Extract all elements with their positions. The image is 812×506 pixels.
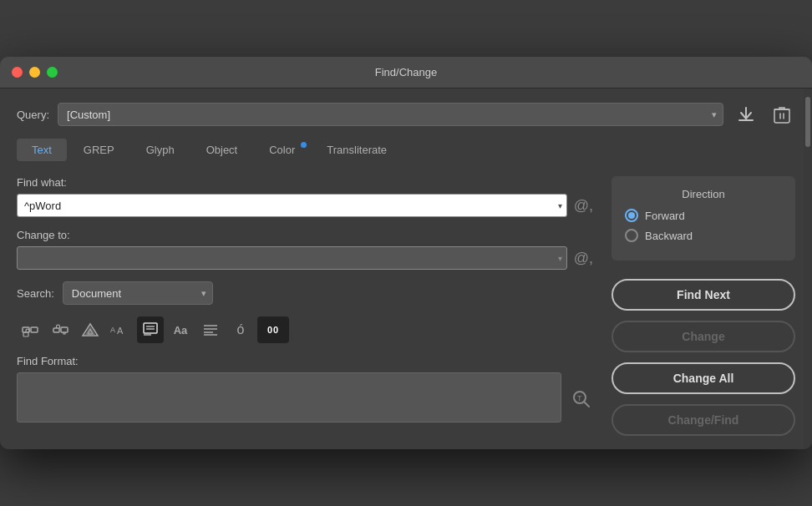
query-label: Query: <box>17 109 49 121</box>
change-all-button[interactable]: Change All <box>612 362 795 394</box>
svg-text:A: A <box>117 326 124 336</box>
svg-text:A: A <box>110 326 115 334</box>
master-pages-icon[interactable]: A A <box>107 316 134 343</box>
find-what-row: ▾ @, <box>17 194 595 217</box>
title-bar: Find/Change <box>0 57 812 89</box>
svg-text:T: T <box>577 394 582 402</box>
form-right: Direction Forward Backward Find Next Cha… <box>612 176 795 436</box>
find-what-at-icon[interactable]: @, <box>572 195 595 216</box>
form-left: Find what: ▾ @, Change to: <box>17 176 595 436</box>
change-to-label: Change to: <box>17 229 595 241</box>
search-select-wrapper: Document Story Selection All Documents <box>63 281 213 305</box>
window-controls <box>12 67 58 78</box>
find-format-area[interactable] <box>17 372 561 423</box>
scrollbar-thumb[interactable] <box>805 97 810 147</box>
close-button[interactable] <box>12 67 23 78</box>
lock-stories-icon[interactable] <box>47 316 74 343</box>
find-what-input[interactable] <box>17 194 567 217</box>
tab-text[interactable]: Text <box>17 139 67 161</box>
query-row: Query: [Custom] <box>17 102 795 127</box>
direction-backward-row[interactable]: Backward <box>625 229 782 242</box>
search-label: Search: <box>17 287 54 300</box>
svg-rect-5 <box>61 327 68 332</box>
regex-label: 00 <box>267 325 279 335</box>
footnotes-icon[interactable] <box>137 316 164 343</box>
tab-grep[interactable]: GREP <box>69 139 129 161</box>
direction-forward-label: Forward <box>645 210 685 222</box>
save-query-button[interactable] <box>732 102 760 127</box>
change-to-input[interactable] <box>17 246 567 270</box>
find-what-label: Find what: <box>17 176 595 189</box>
svg-rect-2 <box>31 327 38 332</box>
tab-object[interactable]: Object <box>191 139 253 161</box>
delete-query-button[interactable] <box>769 102 795 127</box>
hidden-layers-icon[interactable] <box>77 316 104 343</box>
form-columns: Find what: ▾ @, Change to: <box>17 176 795 436</box>
direction-box: Direction Forward Backward <box>612 176 795 261</box>
find-format-search-icon[interactable]: T <box>568 386 595 417</box>
scrollbar[interactable] <box>804 89 812 449</box>
direction-title: Direction <box>625 188 782 200</box>
find-what-section: Find what: ▾ @, <box>17 176 595 217</box>
change-to-input-wrapper: ▾ <box>17 246 567 270</box>
svg-rect-11 <box>144 323 157 333</box>
svg-rect-4 <box>53 328 59 332</box>
direction-forward-radio[interactable] <box>625 209 638 222</box>
change-find-button[interactable]: Change/Find <box>612 404 795 436</box>
svg-line-20 <box>584 402 589 407</box>
case-sensitive-icon[interactable]: Aa <box>167 316 194 343</box>
maximize-button[interactable] <box>47 67 58 78</box>
other-option-icon[interactable]: ó <box>227 316 254 343</box>
toolbar-row: A A Aa <box>17 316 595 343</box>
find-next-button[interactable]: Find Next <box>612 279 795 311</box>
tab-color[interactable]: Color <box>254 139 310 161</box>
svg-rect-0 <box>774 109 789 123</box>
tab-transliterate[interactable]: Transliterate <box>312 139 402 161</box>
direction-backward-label: Backward <box>645 230 693 242</box>
change-to-section: Change to: ▾ @, <box>17 229 595 270</box>
find-format-box: T <box>17 372 595 423</box>
window-title: Find/Change <box>375 66 437 78</box>
tabs-row: Text GREP Glyph Object Color Translitera… <box>17 139 795 161</box>
search-select[interactable]: Document Story Selection All Documents <box>63 281 213 305</box>
find-format-label: Find Format: <box>17 355 595 367</box>
direction-backward-radio[interactable] <box>625 229 638 242</box>
minimize-button[interactable] <box>29 67 40 78</box>
whole-word-icon[interactable] <box>197 316 224 343</box>
main-content: Query: [Custom] <box>0 89 812 449</box>
tab-glyph[interactable]: Glyph <box>131 139 190 161</box>
direction-forward-row[interactable]: Forward <box>625 209 782 222</box>
change-button[interactable]: Change <box>612 321 795 352</box>
regex-icon[interactable]: 00 <box>257 316 289 343</box>
change-to-row: ▾ @, <box>17 246 595 270</box>
other-option-symbol: ó <box>237 322 245 337</box>
query-select-wrapper: [Custom] <box>58 103 723 126</box>
find-what-input-wrapper: ▾ <box>17 194 567 217</box>
find-format-section: Find Format: T <box>17 355 595 423</box>
search-row: Search: Document Story Selection All Doc… <box>17 281 595 305</box>
query-select[interactable]: [Custom] <box>58 103 723 126</box>
lock-layers-icon[interactable] <box>17 316 43 343</box>
case-sensitive-label: Aa <box>174 324 188 336</box>
change-to-at-icon[interactable]: @, <box>572 248 595 269</box>
find-change-window: Find/Change Query: [Custom] <box>0 57 812 449</box>
